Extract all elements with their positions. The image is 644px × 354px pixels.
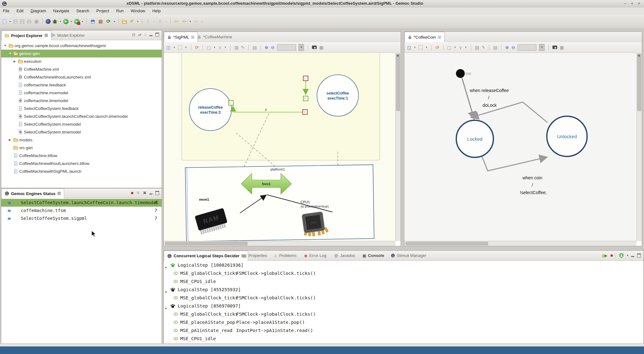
tree-item-selectcoffeesystem-msemodel[interactable]: SelectCoffeeSystem.msemodel	[1, 120, 162, 128]
refresh-diagram-icon[interactable]: ⟳	[195, 45, 199, 50]
edit-mode-icon[interactable]: ✎	[241, 45, 245, 50]
snapshot-icon[interactable]	[312, 46, 317, 49]
collapse-all-icon[interactable]: ⊟	[132, 32, 135, 37]
annotation-pen-icon[interactable]: ✐	[129, 18, 135, 25]
forward-icon[interactable]: ⇨	[193, 18, 199, 25]
dispose-all-engines-icon[interactable]: ✖	[143, 190, 147, 195]
grid-icon[interactable]: ▦	[560, 45, 564, 50]
sigpml-canvas[interactable]: releaseCoffee execTime:3 selectCoffee ex…	[164, 52, 395, 241]
input-port-bottom[interactable]	[303, 110, 308, 114]
edit-mode-icon[interactable]: ✎	[482, 45, 486, 50]
paste-layout-icon[interactable]: ▤	[493, 45, 497, 50]
tree-item-gemoc-gen[interactable]: ▼ gemoc-gen	[1, 50, 162, 57]
snapshot-icon[interactable]	[552, 46, 557, 49]
zoom-in-icon[interactable]: ⊕	[265, 45, 269, 50]
filters-icon[interactable]: ⋎	[459, 45, 462, 50]
tree-item-selectcoffeesystem-launch-timemodel[interactable]: SelectCoffeeSystem.launchCoffeeCoin.laun…	[1, 112, 162, 120]
initial-state[interactable]	[456, 69, 465, 78]
tree-item-coffemachine-timemodel[interactable]: coffemachine.timemodel	[1, 97, 162, 105]
engine-row[interactable]: ⚙⚙ SelectCoffeeSystem.sigpml 7	[1, 215, 162, 222]
table-icon[interactable]: ▦	[97, 18, 104, 25]
minimize-button[interactable]: –	[623, 1, 628, 6]
export-image-icon[interactable]: ▧	[234, 45, 238, 50]
zoom-combo-dropdown-icon[interactable]: ▼	[298, 44, 304, 51]
mse-row[interactable]: MSE_globalClock_ticks FSMClock->globalCl…	[164, 269, 643, 277]
close-tab-icon[interactable]: ☒	[438, 35, 441, 40]
tree-item-selectcoffeesystem-feedback[interactable]: SelectCoffeeSystem.feedback	[1, 105, 162, 112]
filters-icon[interactable]: ⋎	[218, 45, 221, 50]
output-port[interactable]	[229, 101, 233, 105]
refresh-dropdown-icon[interactable]: ▾	[113, 20, 116, 23]
menu-file[interactable]: File	[0, 8, 12, 14]
next-annotation-icon[interactable]: ⇩	[145, 18, 151, 25]
stop-icon[interactable]: ■	[610, 253, 613, 258]
horizontal-scrollbar[interactable]	[404, 241, 636, 246]
menu-edit[interactable]: Edit	[14, 8, 26, 14]
mse-row[interactable]: MSE_globalClock_ticks FSMClock->globalCl…	[164, 310, 643, 318]
save-all-icon[interactable]	[19, 19, 25, 24]
tab-problems[interactable]: ⚠ Problems	[271, 251, 300, 260]
paste-layout-icon[interactable]: ▤	[253, 45, 257, 50]
refresh-diagram-icon[interactable]: ⟳	[436, 45, 439, 50]
engine-row[interactable]: ⚙⚙ coffemachine.tfsm 7	[1, 207, 162, 215]
filters-dropdown-icon[interactable]: ▾	[464, 46, 467, 49]
minimize-view-icon[interactable]	[149, 193, 153, 194]
tree-item-src-gen[interactable]: src-gen	[1, 144, 162, 152]
menu-window[interactable]: Window	[128, 8, 148, 14]
pen-dropdown-icon[interactable]: ▾	[136, 20, 139, 23]
tab-gemoc-engines-status[interactable]: Gemoc Engines Status ☒	[1, 188, 64, 198]
maximize-view-icon[interactable]	[155, 191, 159, 195]
platform-box[interactable]	[185, 165, 374, 241]
input-port-top[interactable]	[303, 76, 308, 81]
maximize-button[interactable]: +	[630, 1, 635, 6]
minimize-view-icon[interactable]	[631, 256, 634, 257]
run-icon[interactable]: ▶	[63, 19, 69, 24]
stop-engine-icon[interactable]: ■	[131, 190, 133, 195]
select-dropdown-icon[interactable]: ▾	[425, 46, 428, 49]
tab-project-explorer[interactable]: Project Explorer ☒	[1, 30, 51, 40]
forward-dropdown-icon[interactable]: ▾	[201, 20, 203, 23]
actor-selectcoffee[interactable]	[317, 75, 358, 116]
logical-step-row[interactable]: ▼ LogicalStep [1008261936]	[164, 261, 643, 269]
decider-shield-icon[interactable]	[619, 253, 624, 258]
port-mid[interactable]	[303, 96, 308, 101]
tab-stimuli-manager[interactable]: Stimuli Manager	[388, 251, 430, 260]
palette-toggle-icon[interactable]: ◀	[396, 54, 399, 57]
maximize-view-icon[interactable]	[637, 253, 641, 258]
arrange-dropdown-icon[interactable]: ▾	[173, 46, 175, 49]
palette-toggle-icon[interactable]: ◀	[637, 54, 640, 57]
minimize-view-icon[interactable]	[149, 35, 153, 36]
mse-row[interactable]: MSE_pA1inState_read InputPort->pA1inStat…	[164, 326, 643, 335]
select-icon[interactable]	[419, 45, 423, 49]
copy-appearance-icon[interactable]: ▢	[207, 45, 211, 50]
menu-run[interactable]: Run	[113, 8, 126, 14]
close-button[interactable]: ×	[636, 1, 641, 6]
arrange-icon[interactable]: ◫	[166, 45, 170, 50]
back-icon[interactable]: ⇦	[181, 18, 187, 25]
tree-item-project-root[interactable]: ▼ org.gemoc.sample.bcool.coffeemachinewi…	[1, 42, 162, 50]
export-image-icon[interactable]: ▧	[475, 45, 479, 50]
logical-step-row[interactable]: ▼ LogicalStep [856970097]	[164, 302, 643, 310]
next-annotation-dropdown-icon[interactable]: ▾	[153, 20, 155, 23]
previous-annotation-icon[interactable]: ⇧	[157, 18, 163, 25]
tree-item-selectcoffeesystem-timemodel[interactable]: SelectCoffeeSystem.timemodel	[1, 128, 162, 136]
tree-item-models[interactable]: ▶ models	[1, 136, 162, 144]
tree-item-execution[interactable]: ▶ execution	[1, 57, 162, 65]
tree-item-coffeemachinewithoutlaunchers-bflow[interactable]: CoffeeMachinewithoutLaunchers.bflow	[1, 160, 162, 167]
last-edit-location-icon[interactable]: ⇦	[173, 18, 180, 25]
mse-row[interactable]: MSE_placeA1State_pop Place->placeA1State…	[164, 318, 643, 326]
mark-occurrences-icon[interactable]: ◎	[33, 18, 40, 25]
desktop-taskbar[interactable]	[0, 346, 644, 354]
zoom-combo-dropdown-icon[interactable]: ▼	[539, 44, 545, 51]
update-site-icon[interactable]	[46, 19, 51, 24]
refresh-icon[interactable]: ⟳	[105, 18, 112, 25]
tree-item-coffemachine-msemodel[interactable]: coffemachine.msemodel	[1, 89, 162, 97]
zoom-out-icon[interactable]: ⊖	[511, 45, 515, 50]
new-dropdown-icon[interactable]: ▾	[9, 20, 11, 23]
mse-row[interactable]: MSE_CPU1_idle	[164, 277, 643, 286]
menu-project[interactable]: Project	[93, 8, 112, 14]
tab-coffeecoin[interactable]: *CoffeeCoin ☒	[404, 32, 445, 42]
menu-search[interactable]: Search	[74, 8, 92, 14]
tab-concurrent-logical-steps-decider[interactable]: Concurrent Logical Steps Decider ☒	[164, 251, 248, 261]
link-with-editor-icon[interactable]: ⇄	[138, 32, 142, 37]
